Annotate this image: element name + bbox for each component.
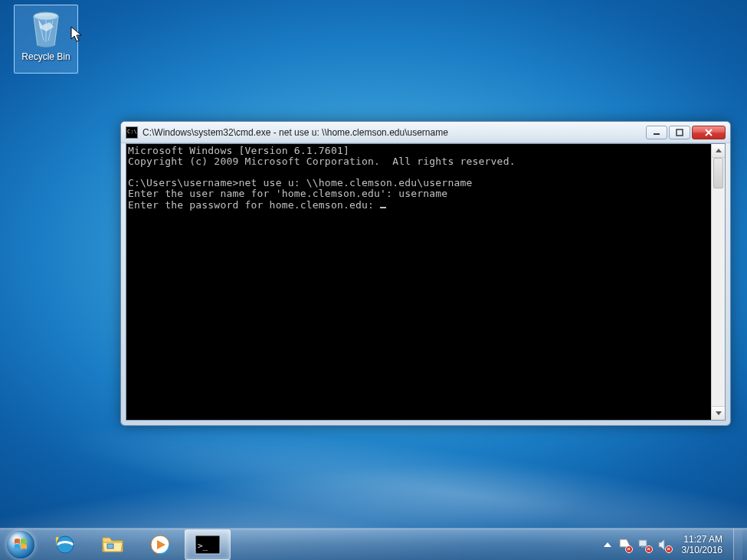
tray-volume-icon[interactable]: × bbox=[657, 538, 671, 552]
maximize-button[interactable] bbox=[669, 126, 690, 139]
window-titlebar[interactable]: C:\Windows\system32\cmd.exe - net use u:… bbox=[121, 122, 730, 143]
folder-icon bbox=[101, 535, 124, 555]
taskbar-item-media-player[interactable] bbox=[137, 529, 183, 560]
terminal-line: Copyright (c) 2009 Microsoft Corporation… bbox=[128, 156, 516, 167]
terminal-line: Enter the password for home.clemson.edu: bbox=[128, 199, 380, 211]
taskbar-clock[interactable]: 11:27 AM 3/10/2016 bbox=[677, 534, 727, 555]
scroll-down-button[interactable] bbox=[712, 406, 725, 420]
terminal-line: C:\Users\username>net use u: \\home.clem… bbox=[128, 177, 473, 188]
show-desktop-button[interactable] bbox=[733, 529, 742, 561]
windows-orb-icon bbox=[7, 531, 34, 558]
cmd-window[interactable]: C:\Windows\system32\cmd.exe - net use u:… bbox=[120, 121, 731, 426]
system-tray: × × × 11:27 AM 3/10/2016 bbox=[599, 529, 747, 561]
tray-network-icon[interactable]: × bbox=[637, 538, 651, 552]
svg-rect-10 bbox=[639, 540, 647, 546]
window-title: C:\Windows\system32\cmd.exe - net use u:… bbox=[143, 127, 646, 138]
clock-time: 11:27 AM bbox=[682, 534, 722, 545]
desktop-icon-recycle-bin[interactable]: Recycle Bin bbox=[14, 5, 78, 74]
minimize-button[interactable] bbox=[646, 126, 667, 139]
cmd-client-area: Microsoft Windows [Version 6.1.7601] Cop… bbox=[126, 143, 726, 421]
svg-rect-5 bbox=[107, 544, 113, 549]
media-player-icon bbox=[149, 533, 172, 556]
svg-text:>_: >_ bbox=[198, 541, 208, 551]
terminal-line: Microsoft Windows [Version 6.1.7601] bbox=[128, 145, 349, 156]
svg-rect-1 bbox=[654, 133, 660, 135]
taskbar-item-cmd[interactable]: >_ bbox=[185, 529, 231, 560]
tray-action-center-icon[interactable]: × bbox=[618, 538, 631, 552]
terminal-output[interactable]: Microsoft Windows [Version 6.1.7601] Cop… bbox=[126, 144, 711, 420]
cmd-icon: >_ bbox=[195, 535, 221, 555]
recycle-bin-icon bbox=[28, 10, 64, 48]
taskbar[interactable]: >_ × × × bbox=[0, 528, 747, 560]
desktop-icon-label: Recycle Bin bbox=[15, 51, 77, 62]
scroll-up-button[interactable] bbox=[712, 144, 725, 158]
cmd-system-icon[interactable] bbox=[126, 126, 138, 139]
taskbar-item-ie[interactable] bbox=[42, 529, 88, 560]
taskbar-item-explorer[interactable] bbox=[90, 529, 136, 560]
svg-rect-2 bbox=[677, 129, 683, 136]
scrollbar-thumb[interactable] bbox=[713, 158, 723, 188]
internet-explorer-icon bbox=[54, 533, 77, 556]
vertical-scrollbar[interactable] bbox=[711, 144, 725, 420]
terminal-cursor bbox=[380, 199, 386, 208]
terminal-line: Enter the user name for 'home.clemson.ed… bbox=[128, 188, 447, 199]
window-controls bbox=[646, 126, 726, 139]
clock-date: 3/10/2016 bbox=[682, 545, 722, 555]
desktop[interactable]: Recycle Bin C:\Windows\system32\cmd.exe … bbox=[0, 0, 747, 560]
start-button[interactable] bbox=[0, 529, 41, 561]
show-hidden-icons-button[interactable] bbox=[604, 542, 611, 547]
close-button[interactable] bbox=[692, 126, 726, 139]
svg-rect-11 bbox=[641, 546, 644, 548]
